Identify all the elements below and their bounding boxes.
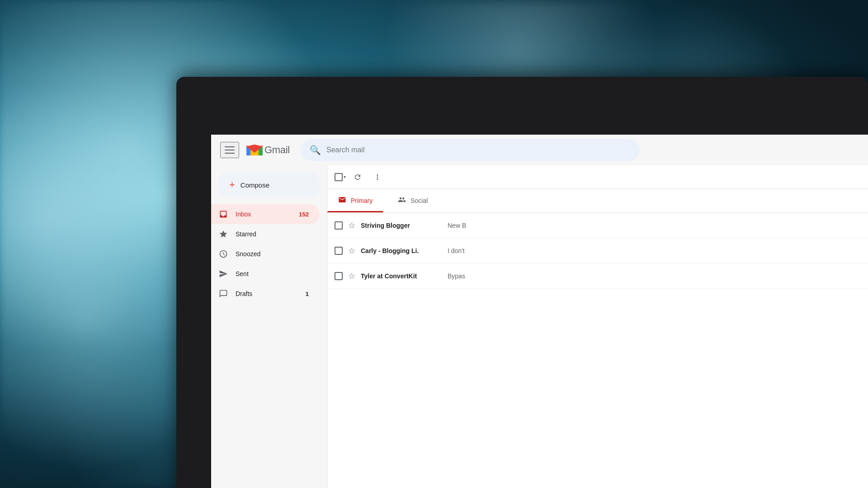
primary-tab-icon: [338, 196, 346, 206]
topbar: Gmail 🔍: [211, 135, 868, 165]
clock-icon: [218, 249, 228, 259]
sidebar-item-inbox[interactable]: Inbox 152: [211, 204, 320, 224]
sidebar: + Compose Inbox 152: [211, 165, 327, 488]
inbox-icon: [218, 209, 228, 219]
email-preview-1: New B: [448, 222, 861, 229]
sidebar-item-snoozed[interactable]: Snoozed: [211, 244, 320, 264]
email-toolbar: ▾: [327, 165, 868, 189]
gmail-screen: Gmail 🔍 + Compose Inbox 152: [211, 135, 868, 488]
select-all-dropdown[interactable]: ▾: [335, 173, 346, 181]
sidebar-item-drafts[interactable]: Drafts 1: [211, 284, 320, 304]
sidebar-item-sent[interactable]: Sent: [211, 264, 320, 284]
starred-label: Starred: [236, 230, 309, 238]
hamburger-line-3: [225, 153, 235, 154]
send-icon: [218, 269, 228, 279]
hamburger-menu-button[interactable]: [220, 142, 239, 158]
star-icon: [218, 229, 228, 239]
drafts-count: 1: [306, 291, 309, 297]
snoozed-label: Snoozed: [236, 250, 309, 258]
compose-plus-icon: +: [229, 180, 235, 190]
more-options-button[interactable]: [369, 169, 386, 185]
email-area: ▾: [327, 165, 868, 488]
drafts-label: Drafts: [236, 290, 298, 297]
email-sender-1: Striving Blogger: [361, 222, 442, 229]
star-icon-2[interactable]: ☆: [348, 246, 355, 256]
compose-label: Compose: [241, 181, 269, 189]
email-checkbox-2[interactable]: [335, 247, 343, 255]
gmail-m-icon: [246, 144, 263, 156]
select-all-checkbox[interactable]: [335, 173, 343, 181]
search-input[interactable]: [326, 146, 631, 154]
social-tab-label: Social: [410, 197, 428, 204]
email-row[interactable]: ☆ Tyler at ConvertKit Bypas: [327, 263, 868, 289]
star-icon-1[interactable]: ☆: [348, 221, 355, 230]
gmail-logo: Gmail: [246, 144, 290, 156]
main-content: + Compose Inbox 152: [211, 165, 868, 488]
email-row[interactable]: ☆ Carly - Blogging Li. I don't: [327, 238, 868, 263]
email-preview-3: Bypas: [448, 272, 861, 280]
hamburger-line-1: [225, 146, 235, 147]
email-checkbox-1[interactable]: [335, 221, 343, 230]
inbox-count: 152: [299, 211, 309, 218]
search-icon: 🔍: [310, 145, 321, 155]
star-icon-3[interactable]: ☆: [348, 271, 355, 281]
compose-button[interactable]: + Compose: [218, 173, 320, 197]
drafts-icon: [218, 289, 228, 299]
sidebar-item-starred[interactable]: Starred: [211, 224, 320, 244]
email-checkbox-3[interactable]: [335, 272, 343, 280]
tabs-bar: Primary Social: [327, 189, 868, 213]
refresh-button[interactable]: [349, 169, 366, 185]
email-preview-2: I don't: [448, 247, 861, 254]
email-sender-2: Carly - Blogging Li.: [361, 247, 442, 254]
email-sender-3: Tyler at ConvertKit: [361, 272, 442, 280]
inbox-label: Inbox: [236, 211, 292, 218]
select-all-chevron-icon[interactable]: ▾: [344, 174, 346, 179]
email-list: ☆ Striving Blogger New B ☆ Carly - Blogg…: [327, 213, 868, 488]
email-row[interactable]: ☆ Striving Blogger New B: [327, 213, 868, 238]
primary-tab-label: Primary: [351, 197, 373, 204]
gmail-title: Gmail: [264, 144, 290, 156]
tab-primary[interactable]: Primary: [327, 189, 383, 212]
tab-social[interactable]: Social: [387, 189, 439, 212]
hamburger-line-2: [225, 150, 235, 150]
social-tab-icon: [398, 196, 406, 206]
search-bar[interactable]: 🔍: [301, 139, 640, 161]
sent-label: Sent: [236, 270, 309, 277]
